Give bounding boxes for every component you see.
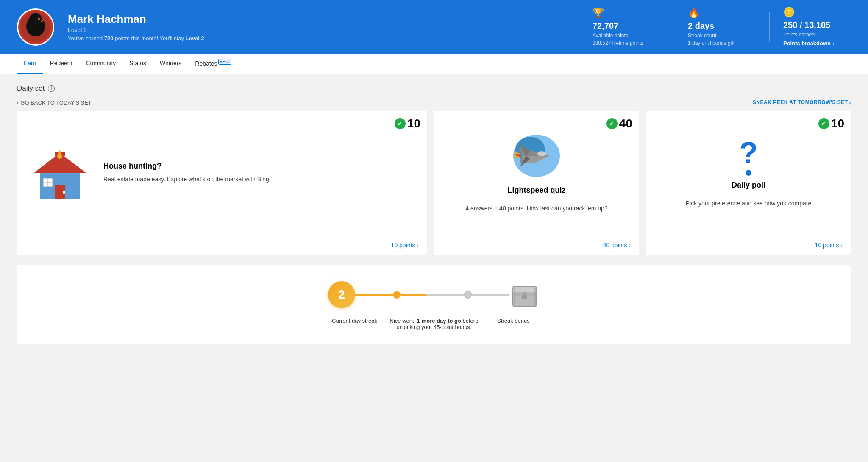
svg-rect-33 <box>522 295 527 299</box>
user-message: You've earned 720 points this month! You… <box>68 35 565 41</box>
streak-count-label: Streak count <box>688 33 756 39</box>
cards-nav: ‹ GO BACK TO TODAY'S SET SNEAK PEEK AT T… <box>17 100 851 106</box>
available-points-stat: 🏆 72,707 Available points 288,527 lifeti… <box>593 8 660 46</box>
nav-item-community[interactable]: Community <box>79 54 123 74</box>
chevron-right-icon: › <box>832 40 834 47</box>
svg-point-22 <box>537 151 546 156</box>
card-1-points-link[interactable]: 10 points › <box>391 242 419 249</box>
sneak-peek-link[interactable]: SNEAK PEEK AT TOMORROW'S SET › <box>753 100 851 105</box>
jet-image <box>511 133 562 181</box>
back-link[interactable]: ‹ GO BACK TO TODAY'S SET <box>17 100 92 106</box>
info-icon[interactable]: i <box>48 85 55 92</box>
nav-item-earn[interactable]: Earn <box>17 54 43 74</box>
cards-row: ✓ 10 <box>17 111 851 255</box>
card-1-badge: ✓ 10 <box>395 117 420 130</box>
svg-rect-34 <box>514 287 515 306</box>
card-1-desc: Real estate made easy. Explore what's on… <box>103 175 417 184</box>
card-2-footer: 40 points › <box>434 235 639 255</box>
streak-labels: Current day streak Nice work! 1 more day… <box>328 318 540 330</box>
card-2-badge: ✓ 40 <box>606 117 632 130</box>
points-breakdown-link[interactable]: Points breakdown <box>783 40 831 47</box>
user-info: Mark Hachman Level 2 You've earned 720 p… <box>68 13 565 41</box>
lifetime-points: 288,527 lifetime points <box>593 40 660 46</box>
svg-rect-35 <box>534 287 536 306</box>
nav-item-redeem[interactable]: Redeem <box>43 54 79 74</box>
svg-point-6 <box>39 18 40 19</box>
user-level: Level 2 <box>68 27 565 33</box>
streak-chest <box>509 279 540 311</box>
points-earned-label: Points earned <box>783 32 851 38</box>
streak-line-2 <box>401 294 426 296</box>
streak-line-4 <box>472 294 509 296</box>
card-3-points-link[interactable]: 10 points › <box>815 242 843 249</box>
beta-badge: BETA <box>218 59 232 65</box>
section-title: Daily set i <box>17 84 851 93</box>
avatar <box>17 8 54 46</box>
streak-bonus-label: 1 day until bonus gift <box>688 40 756 46</box>
question-image: ? <box>723 138 774 176</box>
card-daily-poll: ✓ 10 ? Daily poll Pick your preference a… <box>646 111 851 255</box>
streak-line-3 <box>426 294 464 296</box>
check-icon-3: ✓ <box>818 118 829 129</box>
card-2-points-link[interactable]: 40 points › <box>603 242 631 249</box>
stat-divider-2 <box>674 12 674 42</box>
main-nav: Earn Redeem Community Status Winners Reb… <box>0 54 868 74</box>
card-3-badge: ✓ 10 <box>818 117 844 130</box>
streak-dot-empty <box>464 291 472 299</box>
streak-section: 2 <box>17 265 851 344</box>
card-2-title: Lightspeed quiz <box>508 186 566 195</box>
card-1-points: 10 <box>407 117 420 130</box>
card-3-desc: Pick your preference and see how you com… <box>686 199 812 208</box>
card-2-points: 40 <box>619 117 632 130</box>
nav-item-rebates[interactable]: RebatesBETA <box>188 54 238 74</box>
card-3-footer: 10 points › <box>646 235 851 255</box>
svg-point-11 <box>57 154 62 159</box>
question-dot <box>746 170 751 176</box>
svg-point-13 <box>63 191 65 194</box>
card-lightspeed: ✓ 40 <box>434 111 639 255</box>
stat-divider-3 <box>769 12 770 42</box>
house-image <box>27 144 95 201</box>
nav-item-winners[interactable]: Winners <box>153 54 188 74</box>
main-content: Daily set i ‹ GO BACK TO TODAY'S SET SNE… <box>0 74 868 354</box>
points-earned-stat: 🪙 250 / 13,105 Points earned Points brea… <box>783 7 851 47</box>
card-house-hunting: ✓ 10 <box>17 111 427 255</box>
available-points-value: 72,707 <box>593 21 660 31</box>
card-2-desc: 4 answers = 40 points. How fast can you … <box>465 204 607 213</box>
streak-progress-row: 2 <box>328 279 540 311</box>
user-name: Mark Hachman <box>68 13 565 26</box>
card-3-title: Daily poll <box>732 181 765 190</box>
question-mark-icon: ? <box>723 138 774 168</box>
streak-line-1 <box>355 294 393 296</box>
points-earned-value: 250 / 13,105 <box>783 20 851 30</box>
chevron-right-icon: › <box>849 100 851 105</box>
streak-circle: 2 <box>328 281 355 308</box>
card-1-footer: 10 points › <box>17 235 427 255</box>
current-streak-label: Current day streak <box>328 318 381 330</box>
header: Mark Hachman Level 2 You've earned 720 p… <box>0 0 868 54</box>
streak-days-value: 2 days <box>688 21 756 31</box>
streak-dot-active <box>393 291 401 299</box>
streak-stat: 🔥 2 days Streak count 1 day until bonus … <box>688 8 756 46</box>
chevron-left-icon: ‹ <box>17 100 19 106</box>
available-points-label: Available points <box>593 33 660 39</box>
check-icon-2: ✓ <box>606 118 618 129</box>
middle-streak-label: Nice work! 1 more day to go before unloc… <box>381 318 487 330</box>
bonus-streak-label: Streak bonus <box>487 318 540 330</box>
card-3-points: 10 <box>831 117 844 130</box>
trophy-icon: 🏆 <box>593 8 660 19</box>
check-icon-1: ✓ <box>395 118 406 129</box>
stat-divider-1 <box>579 12 579 42</box>
coins-icon: 🪙 <box>783 7 851 18</box>
card-1-title: House hunting? <box>103 162 417 171</box>
nav-item-status[interactable]: Status <box>122 54 153 74</box>
flame-icon: 🔥 <box>688 8 756 19</box>
svg-rect-30 <box>513 286 537 293</box>
